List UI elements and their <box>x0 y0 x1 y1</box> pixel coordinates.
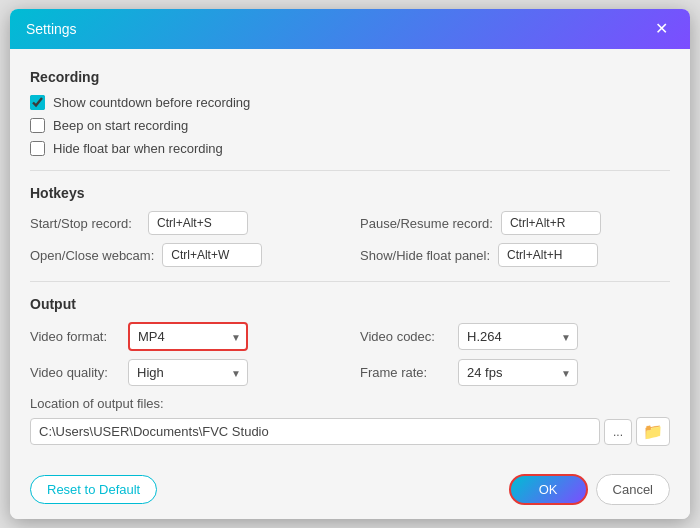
beep-on-start-checkbox[interactable] <box>30 118 45 133</box>
open-close-webcam-label: Open/Close webcam: <box>30 248 154 263</box>
video-quality-row: Video quality: High Medium Low ▼ <box>30 359 340 386</box>
output-grid: Video format: MP4 AVI MOV FLV MKV ▼ Vide… <box>30 322 670 386</box>
show-hide-float-input[interactable] <box>498 243 598 267</box>
output-section: Output Video format: MP4 AVI MOV FLV MKV… <box>30 296 670 446</box>
video-format-row: Video format: MP4 AVI MOV FLV MKV ▼ <box>30 322 340 351</box>
hotkey-row-pause-resume: Pause/Resume record: <box>360 211 670 235</box>
checkbox-row-hide-float: Hide float bar when recording <box>30 141 670 156</box>
hotkeys-grid: Start/Stop record: Pause/Resume record: … <box>30 211 670 267</box>
video-format-select-wrapper: MP4 AVI MOV FLV MKV ▼ <box>128 322 248 351</box>
dialog-title: Settings <box>26 21 77 37</box>
start-stop-label: Start/Stop record: <box>30 216 140 231</box>
hotkey-row-float-panel: Show/Hide float panel: <box>360 243 670 267</box>
folder-icon: 📁 <box>643 423 663 440</box>
open-folder-button[interactable]: 📁 <box>636 417 670 446</box>
hide-float-bar-checkbox[interactable] <box>30 141 45 156</box>
video-format-select[interactable]: MP4 AVI MOV FLV MKV <box>128 322 248 351</box>
start-stop-input[interactable] <box>148 211 248 235</box>
open-close-webcam-input[interactable] <box>162 243 262 267</box>
frame-rate-row: Frame rate: 24 fps 30 fps 60 fps ▼ <box>360 359 670 386</box>
show-countdown-label: Show countdown before recording <box>53 95 250 110</box>
beep-on-start-label: Beep on start recording <box>53 118 188 133</box>
settings-dialog: Settings ✕ Recording Show countdown befo… <box>10 9 690 519</box>
video-codec-label: Video codec: <box>360 329 450 344</box>
video-format-label: Video format: <box>30 329 120 344</box>
hide-float-bar-label: Hide float bar when recording <box>53 141 223 156</box>
show-countdown-checkbox[interactable] <box>30 95 45 110</box>
pause-resume-input[interactable] <box>501 211 601 235</box>
reset-to-default-button[interactable]: Reset to Default <box>30 475 157 504</box>
location-label: Location of output files: <box>30 396 670 411</box>
divider-2 <box>30 281 670 282</box>
recording-section: Recording Show countdown before recordin… <box>30 69 670 156</box>
location-browse-button[interactable]: ... <box>604 419 632 445</box>
checkbox-row-beep: Beep on start recording <box>30 118 670 133</box>
content-area: Recording Show countdown before recordin… <box>10 49 690 462</box>
hotkeys-section-title: Hotkeys <box>30 185 670 201</box>
title-bar: Settings ✕ <box>10 9 690 49</box>
ok-button[interactable]: OK <box>509 474 588 505</box>
output-section-title: Output <box>30 296 670 312</box>
close-button[interactable]: ✕ <box>649 19 674 39</box>
video-quality-label: Video quality: <box>30 365 120 380</box>
location-row: ... 📁 <box>30 417 670 446</box>
video-quality-select-wrapper: High Medium Low ▼ <box>128 359 248 386</box>
footer-right-buttons: OK Cancel <box>509 474 670 505</box>
checkbox-row-countdown: Show countdown before recording <box>30 95 670 110</box>
video-quality-select[interactable]: High Medium Low <box>128 359 248 386</box>
divider-1 <box>30 170 670 171</box>
frame-rate-label: Frame rate: <box>360 365 450 380</box>
cancel-button[interactable]: Cancel <box>596 474 670 505</box>
pause-resume-label: Pause/Resume record: <box>360 216 493 231</box>
video-codec-select[interactable]: H.264 H.265 MPEG-4 <box>458 323 578 350</box>
show-hide-float-label: Show/Hide float panel: <box>360 248 490 263</box>
recording-section-title: Recording <box>30 69 670 85</box>
hotkey-row-start-stop: Start/Stop record: <box>30 211 340 235</box>
frame-rate-select-wrapper: 24 fps 30 fps 60 fps ▼ <box>458 359 578 386</box>
frame-rate-select[interactable]: 24 fps 30 fps 60 fps <box>458 359 578 386</box>
video-codec-row: Video codec: H.264 H.265 MPEG-4 ▼ <box>360 322 670 351</box>
footer: Reset to Default OK Cancel <box>10 462 690 519</box>
hotkey-row-webcam: Open/Close webcam: <box>30 243 340 267</box>
location-input[interactable] <box>30 418 600 445</box>
video-codec-select-wrapper: H.264 H.265 MPEG-4 ▼ <box>458 323 578 350</box>
hotkeys-section: Hotkeys Start/Stop record: Pause/Resume … <box>30 185 670 267</box>
